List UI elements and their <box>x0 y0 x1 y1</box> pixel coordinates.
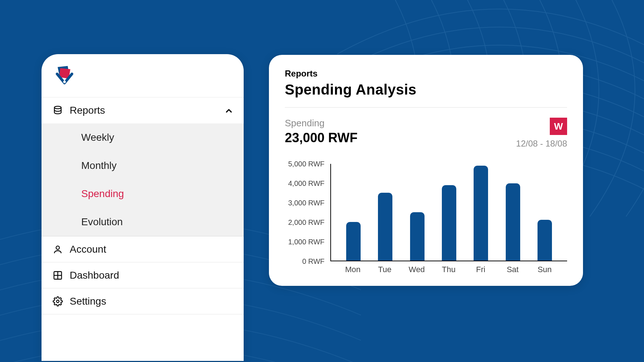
chart-bar-slot <box>401 164 433 261</box>
sub-item-spending[interactable]: Spending <box>42 180 244 208</box>
chart-x-tick: Mon <box>337 265 369 274</box>
sidebar: Reports Weekly Monthly Spending Evolutio… <box>42 54 244 361</box>
main-card: Reports Spending Analysis Spending 23,00… <box>269 55 583 286</box>
summary-right: W 12/08 - 18/08 <box>516 118 567 149</box>
svg-point-2 <box>56 246 59 249</box>
nav-item-label: Dashboard <box>70 270 233 281</box>
spending-label: Spending <box>285 118 516 129</box>
chart-x-tick: Sat <box>497 265 529 274</box>
chart-x-tick: Wed <box>401 265 433 274</box>
sub-item-label: Monthly <box>81 160 117 171</box>
chart-bar <box>506 183 520 261</box>
chart-bar <box>346 222 361 261</box>
date-range: 12/08 - 18/08 <box>516 139 567 149</box>
app-logo-icon <box>52 64 76 88</box>
chart-x-axis: MonTueWedThuFriSatSun <box>330 261 567 274</box>
nav-item-label: Settings <box>70 296 233 307</box>
gear-icon <box>52 296 63 307</box>
summary-left: Spending 23,000 RWF <box>285 118 516 145</box>
chart-bar-slot <box>465 164 497 261</box>
sidebar-header <box>42 54 244 97</box>
chart-bar-slot <box>338 164 369 261</box>
grid-icon <box>52 270 63 281</box>
spending-chart: 0 RWF1,000 RWF2,000 RWF3,000 RWF4,000 RW… <box>285 164 567 274</box>
chart-bar <box>410 212 425 261</box>
chart-x-tick: Tue <box>369 265 401 274</box>
chart-x-tick: Thu <box>433 265 465 274</box>
database-icon <box>52 105 63 116</box>
sub-item-label: Weekly <box>81 132 114 143</box>
sub-item-label: Evolution <box>81 216 123 228</box>
chart-x-tick: Fri <box>465 265 497 274</box>
breadcrumb: Reports <box>285 69 567 79</box>
chart-plot-area <box>330 164 567 261</box>
nav-item-settings[interactable]: Settings <box>42 288 244 314</box>
nav-item-label: Account <box>70 244 233 255</box>
sub-item-weekly[interactable]: Weekly <box>42 123 244 152</box>
svg-point-0 <box>63 80 66 83</box>
svg-point-6 <box>57 300 59 302</box>
nav-item-account[interactable]: Account <box>42 236 244 262</box>
period-badge[interactable]: W <box>550 118 567 135</box>
chart-bar-slot <box>497 164 528 261</box>
spending-value: 23,000 RWF <box>285 130 516 145</box>
chart-bar <box>442 185 456 261</box>
nav-item-dashboard[interactable]: Dashboard <box>42 262 244 288</box>
nav-item-label: Reports <box>70 105 224 116</box>
chevron-up-icon <box>224 106 233 115</box>
chart-bar-slot <box>529 164 561 261</box>
summary-row: Spending 23,000 RWF W 12/08 - 18/08 <box>285 108 567 152</box>
chart-bar <box>538 220 552 261</box>
nav-item-reports[interactable]: Reports <box>42 97 244 123</box>
chart-y-axis: 0 RWF1,000 RWF2,000 RWF3,000 RWF4,000 RW… <box>285 164 330 261</box>
chart-bar-slot <box>433 164 465 261</box>
reports-sublist: Weekly Monthly Spending Evolution <box>42 123 244 236</box>
sub-item-monthly[interactable]: Monthly <box>42 152 244 180</box>
chart-bar-slot <box>369 164 401 261</box>
sub-item-evolution[interactable]: Evolution <box>42 208 244 236</box>
chart-bar <box>378 193 392 261</box>
svg-point-1 <box>55 106 61 109</box>
page-title: Spending Analysis <box>285 82 567 108</box>
sub-item-label: Spending <box>81 188 124 200</box>
chart-bar <box>474 166 488 261</box>
user-icon <box>52 244 63 255</box>
chart-x-tick: Sun <box>528 265 561 274</box>
